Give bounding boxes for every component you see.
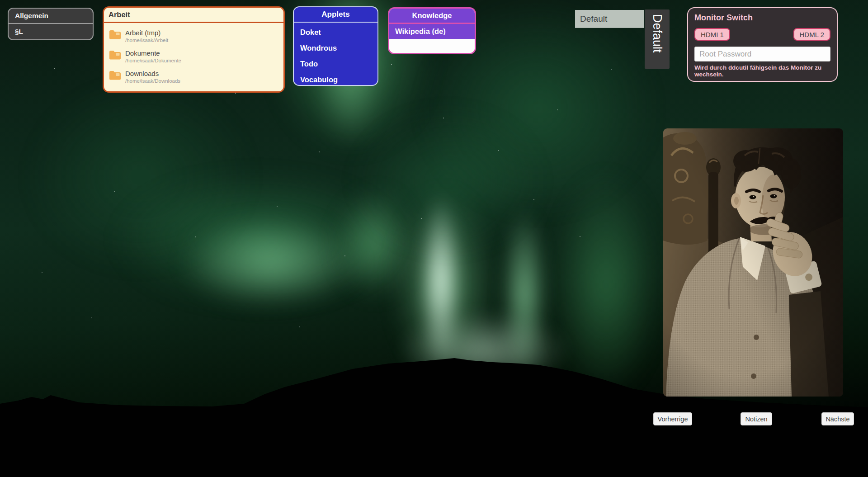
default-selector-value: Default [580,14,607,24]
folder-item-arbeit-tmp[interactable]: Arbeit (tmp) /home/isaak/Arbeit [104,25,283,46]
applet-item-todo[interactable]: Todo [294,56,377,72]
menu-item-label: §L [15,28,23,36]
default-selector[interactable]: Default [575,10,644,28]
menu-item-allgemein[interactable]: Allgemein [9,9,93,24]
root-password-input[interactable] [694,47,830,61]
vorherrige-button[interactable]: Vorherrige [653,412,692,425]
folder-path: /home/isaak/Arbeit [125,37,168,43]
default-drawer-tab[interactable]: Default [645,9,670,69]
applet-item-doket[interactable]: Doket [294,24,377,40]
folder-icon [109,50,121,60]
folder-icon [109,30,121,39]
menu-item-label: Allgemein [15,12,48,20]
applet-list: Doket Wondrous Todo Vocabulog [294,23,377,86]
notizen-button[interactable]: Notizen [741,412,772,425]
folder-path: /home/isaak/Dokumente [125,57,181,64]
panel-allgemein: Allgemein §L [8,8,94,40]
folder-name: Downloads [125,69,180,78]
folder-icon [109,71,121,80]
folder-name: Dokumente [125,49,181,57]
knowledge-item-wikipedia-de[interactable]: Wikipedia (de) [389,24,475,39]
tesla-photo [663,128,843,397]
folder-name: Arbeit (tmp) [125,28,168,37]
naechste-button[interactable]: Nächste [821,412,854,425]
monitor-switch-title: Monitor Switch [694,13,830,23]
panel-monitor-switch: Monitor Switch HDMI 1 HDML 2 Wird durch … [687,7,838,82]
menu-item-paragraph-l[interactable]: §L [9,24,93,39]
default-drawer-tab-label: Default [651,14,663,53]
panel-knowledge: Knowledge Wikipedia (de) [388,7,476,54]
folder-item-dokumente[interactable]: Dokumente /home/isaak/Dokumente [104,46,283,66]
panel-title-arbeit: Arbeit [104,8,283,23]
folder-path: /home/isaak/Downloads [125,78,180,84]
tesla-portrait-illustration [663,128,843,397]
panel-title-knowledge: Knowledge [389,9,475,24]
panel-arbeit: Arbeit Arbeit (tmp) /home/isaak/Arbeit [103,6,285,93]
monitor-switch-buttons: HDMI 1 HDML 2 [694,28,830,41]
panel-applets: Applets Doket Wondrous Todo Vocabulog [293,6,378,86]
hdml2-button[interactable]: HDML 2 [793,28,830,41]
monitor-switch-note: Wird durch ddcutil fähigsein das Monitor… [694,64,830,78]
knowledge-empty-row [389,39,475,53]
hdmi1-button[interactable]: HDMI 1 [694,28,730,41]
panel-title-applets: Applets [294,7,377,23]
folder-item-downloads[interactable]: Downloads /home/isaak/Downloads [104,66,283,86]
applet-item-vocabulog[interactable]: Vocabulog [294,72,377,86]
folder-list: Arbeit (tmp) /home/isaak/Arbeit Dokument… [104,23,283,86]
desktop: Allgemein §L Arbeit Arbeit (tmp) /home/i… [0,0,868,477]
applet-item-wondrous[interactable]: Wondrous [294,40,377,56]
